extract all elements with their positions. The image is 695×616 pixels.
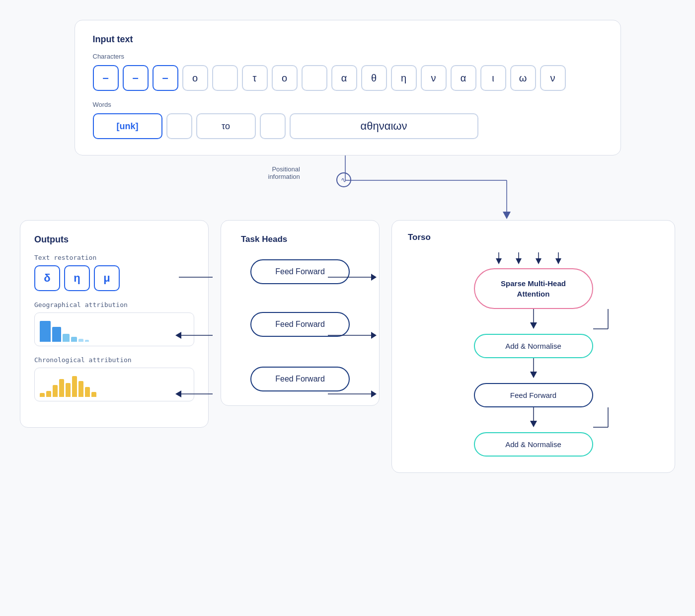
chrono-bar	[66, 383, 71, 397]
outputs-panel: Outputs Text restoration δ η μ Geographi…	[20, 220, 209, 428]
word-box[interactable]	[166, 113, 192, 139]
char-box[interactable]	[302, 65, 327, 91]
chrono-bar	[40, 393, 45, 397]
torso-inner: Sparse Multi-HeadAttention	[408, 252, 659, 457]
torso-panel: Torso Spar	[391, 220, 675, 473]
norm1-arrow-svg	[454, 358, 613, 383]
chrono-bar	[78, 381, 83, 397]
char-box[interactable]: –	[93, 65, 119, 91]
word-box-to[interactable]: το	[196, 113, 256, 139]
ff-arrow-svg	[454, 407, 613, 432]
task-ff-button-2[interactable]: Feed Forward	[250, 312, 350, 337]
normalise2-box: Add & Normalise	[474, 432, 593, 457]
attention-box: Sparse Multi-HeadAttention	[474, 268, 593, 309]
geo-bars	[40, 321, 189, 342]
outputs-title: Outputs	[34, 234, 194, 245]
svg-marker-21	[530, 421, 537, 427]
wave-symbol: ∿	[336, 172, 351, 187]
text-restoration-label: Text restoration	[34, 254, 194, 261]
svg-marker-19	[530, 372, 537, 378]
geo-bar	[63, 334, 70, 342]
char-box[interactable]: ν	[421, 65, 447, 91]
word-box[interactable]	[260, 113, 286, 139]
norm1-to-ff	[454, 358, 613, 383]
input-arrows-svg	[484, 252, 583, 266]
word-box-unk[interactable]: [unk]	[93, 113, 162, 139]
char-box[interactable]: α	[331, 65, 357, 91]
normalise1-box: Add & Normalise	[474, 334, 593, 358]
output-char-eta: η	[64, 265, 90, 291]
svg-marker-7	[516, 258, 522, 264]
torso-ff-box: Feed Forward	[474, 383, 593, 407]
geo-bar	[78, 339, 83, 342]
attention-arrow-svg	[454, 309, 613, 334]
connector-svg	[75, 155, 621, 220]
geo-chart	[34, 312, 194, 346]
svg-marker-9	[536, 258, 541, 264]
geo-bar	[40, 321, 51, 342]
output-char-mu: μ	[94, 265, 120, 291]
positional-info: ∿	[336, 172, 351, 187]
char-box[interactable]: ι	[480, 65, 506, 91]
geo-bar	[71, 337, 77, 342]
ff-to-norm2	[454, 407, 613, 432]
chrono-bar	[46, 391, 51, 397]
characters-row: – – – ο τ ο α θ η ν α ι ω ν	[93, 65, 603, 91]
char-box[interactable]: ν	[540, 65, 566, 91]
chrono-bar	[53, 385, 58, 397]
char-box[interactable]: η	[391, 65, 417, 91]
output-chars: δ η μ	[34, 265, 194, 291]
words-label: Words	[93, 101, 603, 108]
svg-marker-3	[503, 212, 511, 219]
torso-title: Torso	[408, 232, 659, 242]
positional-line2: information	[268, 173, 300, 180]
positional-line1: Positional	[268, 165, 300, 173]
char-box[interactable]: ο	[182, 65, 208, 91]
attention-label: Sparse Multi-HeadAttention	[501, 279, 566, 298]
chrono-bar	[91, 392, 96, 397]
positional-connector: ∿ Positional information	[75, 155, 621, 220]
svg-marker-13	[530, 322, 537, 329]
main-wrapper: Input text Characters – – – ο τ ο α θ η …	[20, 20, 675, 473]
svg-marker-11	[555, 258, 561, 264]
char-box[interactable]: ω	[510, 65, 536, 91]
chrono-chart	[34, 368, 194, 401]
positional-label: Positional information	[268, 165, 300, 180]
task-ff-button-1[interactable]: Feed Forward	[250, 259, 350, 284]
task-panel: Task Heads Feed Forward Feed Forward Fee…	[221, 220, 380, 406]
input-arrows	[484, 252, 583, 266]
input-title: Input text	[93, 34, 603, 45]
chrono-bar	[72, 376, 77, 397]
char-box[interactable]	[212, 65, 238, 91]
geo-bar	[52, 327, 61, 342]
chrono-bars	[40, 376, 189, 397]
word-box-athinaion[interactable]: αθηναιων	[290, 113, 478, 139]
chars-label: Characters	[93, 53, 603, 60]
task-heads-title: Task Heads	[241, 234, 287, 244]
char-box[interactable]: α	[451, 65, 476, 91]
svg-marker-5	[496, 258, 502, 264]
chrono-bar	[59, 379, 64, 397]
geo-label: Geographical attribution	[34, 301, 194, 308]
task-ff-button-3[interactable]: Feed Forward	[250, 367, 350, 391]
chrono-bar	[85, 387, 90, 397]
char-box[interactable]: ο	[272, 65, 298, 91]
normalise1-label: Add & Normalise	[505, 342, 561, 350]
bottom-area: Outputs Text restoration δ η μ Geographi…	[20, 220, 675, 473]
char-box[interactable]: τ	[242, 65, 268, 91]
torso-ff-label: Feed Forward	[510, 391, 556, 399]
chrono-label: Chronological attribution	[34, 356, 194, 364]
geo-bar	[85, 340, 89, 342]
normalise2-label: Add & Normalise	[505, 440, 561, 449]
char-box[interactable]: –	[123, 65, 149, 91]
attention-to-norm1	[454, 309, 613, 334]
char-box[interactable]: θ	[361, 65, 387, 91]
words-row: [unk] το αθηναιων	[93, 113, 603, 139]
output-char-delta: δ	[34, 265, 60, 291]
char-box[interactable]: –	[153, 65, 178, 91]
input-section: Input text Characters – – – ο τ ο α θ η …	[75, 20, 621, 155]
